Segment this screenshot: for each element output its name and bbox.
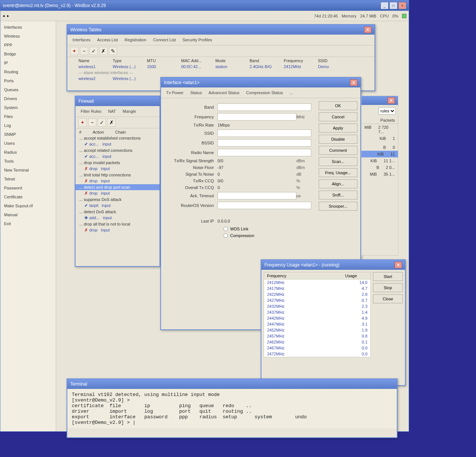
tab-compression-status[interactable]: Compression Status	[245, 90, 284, 96]
add-icon[interactable]: ✦	[70, 47, 78, 55]
firewall-rule-action[interactable]: ✗drop input	[75, 190, 160, 196]
tab-connect-list[interactable]: Connect List	[152, 37, 177, 43]
freq-row[interactable]: 2427MHz0.7	[264, 297, 370, 303]
freq-row[interactable]: 2442MHz4.9	[264, 315, 370, 321]
ack-input[interactable]	[218, 192, 296, 199]
sidebar-item-snmp[interactable]: SNMP	[0, 130, 56, 139]
remove-icon[interactable]: −	[80, 47, 88, 55]
tab-status[interactable]: Status	[189, 90, 203, 96]
sidebar-item-bridge[interactable]: Bridge	[0, 49, 56, 58]
close-icon[interactable]: ×	[350, 79, 357, 86]
sidebar-item-files[interactable]: Files	[0, 112, 56, 121]
close-button[interactable]: Close	[373, 294, 403, 303]
tab-mangle[interactable]: Mangle	[121, 108, 138, 114]
ssid-input[interactable]	[218, 130, 311, 137]
col-header[interactable]: Chain	[115, 130, 126, 134]
firewall-rule-comment[interactable]: ... detect and drop port scan	[75, 184, 160, 190]
enable-icon[interactable]: ✓	[98, 118, 106, 127]
comment-icon[interactable]: ✎	[109, 47, 117, 55]
tab-security-profiles[interactable]: Security Profiles	[181, 37, 213, 43]
col-header[interactable]: #	[79, 130, 81, 134]
firewall-rule-action[interactable]: ✔acc... input	[75, 141, 160, 147]
disable-icon[interactable]: ✗	[107, 118, 116, 127]
freq-row[interactable]: 2422MHz2.8	[264, 291, 370, 297]
sidebar-item-radius[interactable]: Radius	[0, 148, 56, 157]
close-button[interactable]: ×	[398, 2, 406, 9]
col-header[interactable]: MTU	[147, 58, 177, 63]
stats-row[interactable]: B0	[361, 144, 398, 151]
col-header[interactable]: Type	[113, 58, 142, 63]
freq-row[interactable]: 2467MHz0.0	[264, 345, 370, 351]
disable-icon[interactable]: ✗	[99, 47, 107, 55]
sidebar-item-system[interactable]: System	[0, 103, 56, 112]
freq-row[interactable]: 2412MHz14.0	[264, 279, 370, 285]
sniff--button[interactable]: Sniff...	[319, 191, 357, 199]
tab--[interactable]: ...	[288, 90, 295, 96]
table-row[interactable]: wireless1Wireless (...)150000:0C:42...st…	[67, 64, 374, 70]
firewall-rule-comment[interactable]: ... detect DoS attack	[75, 209, 160, 215]
stats-row[interactable]: KiB1	[361, 135, 398, 142]
sidebar-item-manual[interactable]: Manual	[0, 210, 56, 219]
tab-filter-rules[interactable]: Filter Rules	[79, 108, 103, 114]
firewall-rule-action[interactable]: ✔acc... input	[75, 153, 160, 160]
tab-registration[interactable]: Registration	[123, 37, 148, 43]
firewall-rule-action[interactable]: ✗drop input	[75, 227, 160, 233]
sidebar-item-drivers[interactable]: Drivers	[0, 94, 56, 103]
close-icon[interactable]: ×	[387, 97, 395, 104]
freq-usage--button[interactable]: Freq. Usage...	[319, 168, 357, 177]
radio-icon[interactable]	[223, 227, 228, 231]
firewall-rule-comment[interactable]: ... limit total http connections	[75, 172, 160, 178]
sidebar-item-password[interactable]: Password	[0, 183, 56, 192]
sidebar-item-telnet[interactable]: Telnet	[0, 175, 56, 183]
stats-row[interactable]: MiB35 1...	[361, 171, 398, 178]
ok-button[interactable]: OK	[319, 101, 357, 110]
frequency-input[interactable]	[218, 113, 296, 121]
tab-advanced-status[interactable]: Advanced Status	[207, 90, 241, 96]
bssid-input[interactable]	[218, 139, 311, 147]
tab-access-list[interactable]: Access List	[96, 37, 119, 43]
firewall-rule-comment[interactable]: ... drop all that is not to local	[75, 221, 160, 227]
col-header[interactable]: Frequency	[284, 58, 313, 63]
minimize-button[interactable]: _	[380, 2, 389, 9]
stats-row[interactable]: KiB11	[361, 151, 398, 157]
firewall-rule-comment[interactable]: ... drop invalid packets	[75, 160, 160, 166]
remove-icon[interactable]: −	[88, 118, 96, 127]
freq-row[interactable]: 2457MHz0.8	[264, 333, 370, 339]
tab-interfaces[interactable]: Interfaces	[71, 37, 92, 43]
freq-row[interactable]: 2462MHz0.1	[264, 339, 370, 345]
apply-button[interactable]: Apply	[319, 124, 357, 132]
sidebar-item-ppp[interactable]: PPP	[0, 41, 56, 49]
comment-button[interactable]: Comment	[319, 146, 357, 155]
freq-row[interactable]: 2472MHz0.0	[264, 351, 370, 357]
sidebar-item-new-terminal[interactable]: New Terminal	[0, 166, 56, 175]
firewall-rule-action[interactable]: ✚add... input	[75, 215, 160, 221]
sidebar-item-certificate[interactable]: Certificate	[0, 192, 56, 201]
radio-name-input[interactable]	[218, 149, 311, 156]
sidebar-item-ip[interactable]: IP	[0, 58, 56, 67]
sidebar-item-make-supout-rif[interactable]: Make Supout.rif	[0, 201, 56, 210]
tab-tx-power[interactable]: Tx Power	[165, 90, 185, 96]
forward-icon[interactable]: ▸	[7, 13, 9, 18]
sidebar-item-interfaces[interactable]: Interfaces	[0, 23, 56, 32]
back-icon[interactable]: ◂	[3, 13, 5, 18]
sidebar-item-tools[interactable]: Tools	[0, 157, 56, 166]
sidebar-item-exit[interactable]: Exit	[0, 219, 56, 228]
close-icon[interactable]: ×	[395, 262, 402, 268]
align--button[interactable]: Align...	[319, 179, 357, 188]
tab-nat[interactable]: NAT	[107, 108, 118, 114]
add-icon[interactable]: ✦	[78, 118, 87, 127]
freq-row[interactable]: 2447MHz3.1	[264, 321, 370, 327]
start-button[interactable]: Start	[373, 272, 403, 281]
stats-mode-select[interactable]: rules	[379, 107, 396, 115]
table-row[interactable]: --- slave wireless interfaces ---	[67, 70, 374, 76]
firewall-rule-action[interactable]: ✔tarpit input	[75, 202, 160, 209]
sidebar-item-ports[interactable]: Ports	[0, 76, 56, 85]
snooper--button[interactable]: Snooper...	[319, 202, 357, 211]
stats-row[interactable]: MiB2 720 7...	[361, 124, 398, 135]
sidebar-item-users[interactable]: Users	[0, 139, 56, 148]
stop-button[interactable]: Stop	[373, 283, 403, 292]
sidebar-item-routing[interactable]: Routing	[0, 67, 56, 76]
freq-row[interactable]: 2437MHz1.4	[264, 309, 370, 315]
col-header[interactable]: Action	[93, 130, 104, 134]
sidebar-item-queues[interactable]: Queues	[0, 85, 56, 94]
